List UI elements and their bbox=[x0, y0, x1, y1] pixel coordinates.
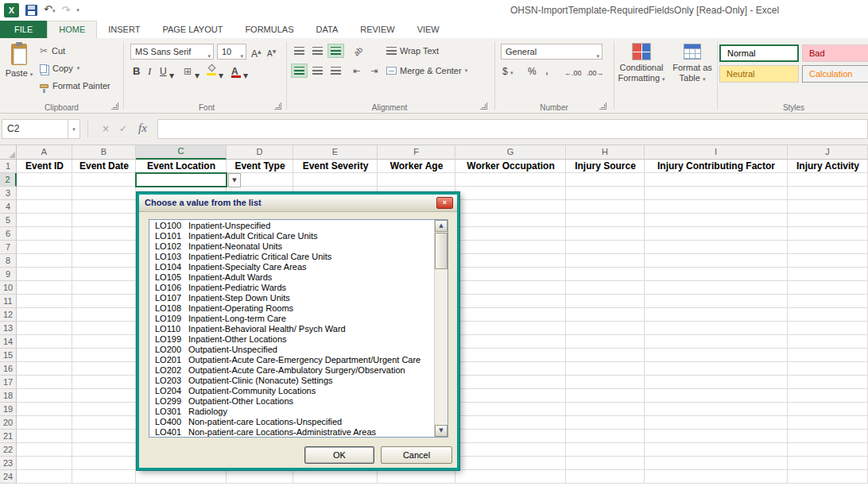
name-box-dropdown-icon[interactable]: ▾ bbox=[68, 119, 80, 139]
list-item-lo103[interactable]: LO103Inpatient-Pediatric Critical Care U… bbox=[149, 252, 434, 262]
list-item-lo107[interactable]: LO107Inpatient-Step Down Units bbox=[149, 293, 434, 303]
paste-dropdown-icon[interactable]: ▾ bbox=[30, 71, 33, 78]
list-item-lo104[interactable]: LO104Inpatient-Specialty Care Areas bbox=[149, 262, 434, 272]
tab-formulas[interactable]: FORMULAS bbox=[234, 21, 304, 38]
column-header-e[interactable]: E bbox=[293, 145, 378, 160]
decrease-decimal-button[interactable]: .00→ bbox=[587, 66, 604, 80]
customize-quick-access-icon[interactable]: ▾ bbox=[76, 4, 79, 17]
list-item-lo400[interactable]: LO400Non-patient-care Locations-Unspecif… bbox=[149, 417, 434, 427]
row-header-14[interactable]: 14 bbox=[0, 335, 17, 349]
row-header-1[interactable]: 1 bbox=[0, 160, 17, 173]
shrink-font-button[interactable]: A▼ bbox=[267, 44, 276, 61]
column-header-b[interactable]: B bbox=[72, 145, 136, 160]
column-header-h[interactable]: H bbox=[566, 145, 645, 160]
borders-dropdown-icon[interactable]: ▾ bbox=[195, 68, 200, 83]
row-header-12[interactable]: 12 bbox=[0, 308, 17, 322]
column-header-g[interactable]: G bbox=[455, 145, 566, 160]
list-item-lo105[interactable]: LO105Inpatient-Adult Wards bbox=[149, 272, 434, 283]
list-item-lo109[interactable]: LO109Inpatient-Long-term Care bbox=[149, 314, 434, 324]
row-header-4[interactable]: 4 bbox=[0, 200, 17, 214]
font-family-combobox[interactable]: MS Sans Serif ▾ bbox=[130, 44, 214, 60]
align-bottom-button[interactable] bbox=[327, 44, 344, 58]
format-as-table-button[interactable]: Format as Table ▾ bbox=[668, 42, 716, 85]
header-cell-injury-source[interactable]: Injury Source bbox=[566, 160, 645, 173]
list-item-lo299[interactable]: LO299Outpatient-Other Locations bbox=[149, 396, 434, 407]
select-all-corner[interactable] bbox=[0, 145, 17, 160]
list-item-lo200[interactable]: LO200Outpatient-Unspecified bbox=[149, 345, 434, 355]
underline-button[interactable]: U bbox=[160, 64, 167, 79]
orientation-button[interactable]: ab bbox=[350, 44, 366, 58]
row-header-3[interactable]: 3 bbox=[0, 187, 17, 200]
row-header-24[interactable]: 24 bbox=[0, 470, 17, 484]
comma-style-button[interactable]: , bbox=[545, 63, 548, 77]
header-cell-worker-age[interactable]: Worker Age bbox=[378, 160, 455, 173]
list-item-lo199[interactable]: LO199Inpatient-Other Locations bbox=[149, 334, 434, 345]
row-header-21[interactable]: 21 bbox=[0, 430, 17, 443]
cell-style-bad[interactable]: Bad bbox=[802, 44, 868, 62]
tab-review[interactable]: REVIEW bbox=[349, 21, 405, 38]
list-item-lo106[interactable]: LO106Inpatient-Pediatric Wards bbox=[149, 283, 434, 293]
number-format-dropdown-icon[interactable]: ▾ bbox=[596, 49, 599, 60]
cell-style-calculation[interactable]: Calculation bbox=[802, 65, 868, 83]
merge-center-button[interactable]: Merge & Center ▾ bbox=[386, 64, 467, 78]
header-cell-event-location[interactable]: Event Location bbox=[136, 160, 227, 173]
row-header-11[interactable]: 11 bbox=[0, 295, 17, 308]
conditional-formatting-button[interactable]: Conditional Formatting ▾ bbox=[617, 42, 666, 85]
ok-button[interactable]: OK bbox=[304, 446, 374, 464]
wrap-text-button[interactable]: Wrap Text bbox=[386, 44, 439, 58]
list-item-lo201[interactable]: LO201Outpatient-Acute Care-Emergency Dep… bbox=[149, 355, 434, 365]
list-scrollbar[interactable]: ▲ ▼ bbox=[434, 220, 448, 437]
row-header-2[interactable]: 2 bbox=[0, 173, 17, 187]
list-item-lo101[interactable]: LO101Inpatient-Adult Critical Care Units bbox=[149, 231, 434, 241]
scroll-down-icon[interactable]: ▼ bbox=[435, 425, 448, 437]
row-header-19[interactable]: 19 bbox=[0, 403, 17, 416]
grow-font-button[interactable]: A▲ bbox=[251, 44, 262, 61]
list-item-lo100[interactable]: LO100Inpatient-Unspecified bbox=[149, 221, 434, 231]
cell-style-normal[interactable]: Normal bbox=[719, 44, 799, 62]
value-listbox[interactable]: LO100Inpatient-UnspecifiedLO101Inpatient… bbox=[149, 219, 448, 438]
number-format-combobox[interactable]: General ▾ bbox=[501, 44, 603, 60]
insert-function-button[interactable]: fx bbox=[138, 122, 147, 135]
font-color-button[interactable]: A bbox=[231, 64, 242, 78]
clipboard-dialog-launcher-icon[interactable] bbox=[111, 102, 118, 110]
undo-dropdown-icon[interactable]: ▾ bbox=[52, 8, 56, 14]
row-header-18[interactable]: 18 bbox=[0, 389, 17, 403]
row-header-20[interactable]: 20 bbox=[0, 416, 17, 430]
list-item-lo110[interactable]: LO110Inpatient-Behavioral Health/ Psych … bbox=[149, 324, 434, 334]
save-icon[interactable] bbox=[25, 5, 37, 16]
font-family-dropdown-icon[interactable]: ▾ bbox=[207, 49, 211, 60]
row-header-6[interactable]: 6 bbox=[0, 227, 17, 241]
header-cell-injury-activity[interactable]: Injury Activity bbox=[788, 160, 868, 173]
list-item-lo301[interactable]: LO301Radiology bbox=[149, 407, 434, 417]
header-cell-event-severity[interactable]: Event Severity bbox=[293, 160, 378, 173]
list-item-lo204[interactable]: LO204Outpatient-Community Locations bbox=[149, 386, 434, 396]
column-header-f[interactable]: F bbox=[378, 145, 455, 160]
tab-file[interactable]: FILE bbox=[0, 21, 47, 38]
align-top-button[interactable] bbox=[291, 44, 308, 58]
redo-icon[interactable]: ↷ bbox=[61, 4, 70, 17]
row-header-17[interactable]: 17 bbox=[0, 376, 17, 389]
accounting-format-button[interactable]: $ ▾ bbox=[502, 64, 513, 80]
row-header-23[interactable]: 23 bbox=[0, 457, 17, 470]
cell-style-neutral[interactable]: Neutral bbox=[719, 65, 799, 83]
tab-insert[interactable]: INSERT bbox=[97, 21, 151, 38]
bold-button[interactable]: B bbox=[133, 64, 140, 79]
column-header-j[interactable]: J bbox=[788, 145, 868, 160]
increase-indent-button[interactable]: ⇥ bbox=[366, 64, 382, 78]
font-size-dropdown-icon[interactable]: ▾ bbox=[240, 49, 243, 60]
row-header-5[interactable]: 5 bbox=[0, 214, 17, 227]
row-header-13[interactable]: 13 bbox=[0, 322, 17, 335]
row-header-10[interactable]: 10 bbox=[0, 281, 17, 295]
row-header-9[interactable]: 9 bbox=[0, 268, 17, 281]
percent-style-button[interactable]: % bbox=[528, 64, 537, 79]
list-item-lo202[interactable]: LO202Outpatient-Acute Care-Ambulatory Su… bbox=[149, 365, 434, 376]
selected-cell-c2[interactable] bbox=[135, 172, 227, 187]
list-item-lo102[interactable]: LO102Inpatient-Neonatal Units bbox=[149, 241, 434, 252]
row-header-22[interactable]: 22 bbox=[0, 443, 17, 457]
format-as-table-dropdown-icon[interactable]: ▾ bbox=[703, 76, 706, 83]
conditional-formatting-dropdown-icon[interactable]: ▾ bbox=[662, 76, 665, 83]
header-cell-event-type[interactable]: Event Type bbox=[227, 160, 293, 173]
close-icon[interactable]: × bbox=[436, 197, 453, 209]
scroll-up-icon[interactable]: ▲ bbox=[435, 220, 448, 232]
tab-data[interactable]: DATA bbox=[305, 21, 350, 38]
